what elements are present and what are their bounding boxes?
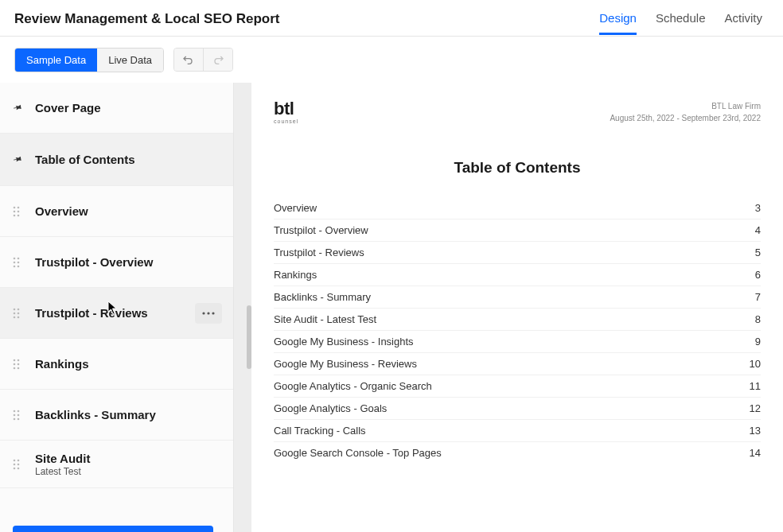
header-tabs: Design Schedule Activity [599, 11, 769, 27]
svg-point-14 [14, 312, 16, 314]
svg-point-24 [18, 363, 20, 365]
toc-entry-title: Overview [274, 202, 317, 214]
toc-entry[interactable]: Google Analytics - Organic Search11 [274, 375, 761, 398]
item-more-button[interactable] [195, 303, 222, 324]
drag-handle-icon[interactable] [13, 308, 35, 319]
svg-point-38 [18, 467, 20, 469]
sidebar-item-trustpilot-overview[interactable]: Trustpilot - Overview [0, 237, 233, 288]
drag-handle-icon[interactable] [13, 359, 35, 370]
app-header: Review Management & Local SEO Report Des… [0, 0, 783, 37]
toc-entry[interactable]: Backlinks - Summary7 [274, 286, 761, 309]
svg-point-3 [18, 210, 20, 212]
add-section-button[interactable] [13, 526, 213, 532]
toc-entry-page: 5 [755, 247, 761, 258]
svg-point-30 [18, 414, 20, 416]
redo-button[interactable] [203, 49, 232, 71]
toc-entry-page: 9 [755, 336, 761, 348]
svg-point-18 [202, 312, 205, 314]
svg-point-23 [14, 363, 16, 365]
panel-divider [234, 83, 251, 532]
svg-point-11 [18, 265, 20, 267]
scroll-thumb[interactable] [247, 305, 251, 369]
toc-entry[interactable]: Rankings6 [274, 264, 761, 286]
sidebar-item-overview[interactable]: Overview [0, 186, 233, 237]
toc-entry-page: 8 [755, 313, 761, 325]
toc-entry-title: Backlinks - Summary [274, 291, 371, 303]
drag-handle-icon[interactable] [13, 459, 35, 470]
report-preview: btl counsel BTL Law Firm August 25th, 20… [251, 83, 783, 532]
toc-entry[interactable]: Call Tracking - Calls13 [274, 420, 761, 442]
toc-entry[interactable]: Site Audit - Latest Test8 [274, 309, 761, 331]
logo-text: btl [274, 100, 298, 118]
sidebar: Cover Page Table of Contents Overview [0, 83, 234, 532]
toc-entry[interactable]: Google Analytics - Goals12 [274, 398, 761, 420]
sidebar-item-cover-page[interactable]: Cover Page [0, 83, 233, 134]
svg-point-37 [14, 467, 16, 469]
undo-button[interactable] [174, 49, 203, 71]
more-dots-icon [202, 312, 215, 315]
data-toggle: Sample Data Live Data [14, 48, 164, 72]
svg-point-31 [14, 417, 16, 420]
pin-icon [13, 154, 35, 165]
logo-subtext: counsel [274, 118, 298, 124]
svg-point-1 [18, 206, 20, 208]
toc-entry[interactable]: Google My Business - Reviews10 [274, 353, 761, 375]
sidebar-item-label: Rankings [35, 357, 89, 371]
sidebar-item-site-audit[interactable]: Site Audit Latest Test [0, 441, 233, 488]
svg-point-9 [18, 261, 20, 263]
tab-design[interactable]: Design [599, 11, 637, 35]
svg-point-20 [212, 312, 214, 314]
toc-entry[interactable]: Google My Business - Insights9 [274, 331, 761, 353]
toc-entry[interactable]: Trustpilot - Overview4 [274, 219, 761, 242]
svg-point-36 [18, 463, 20, 465]
toolbar: Sample Data Live Data [0, 37, 783, 83]
drag-handle-icon[interactable] [13, 410, 35, 421]
redo-icon [212, 53, 224, 66]
drag-handle-icon[interactable] [13, 206, 35, 217]
svg-point-21 [14, 359, 16, 361]
svg-point-34 [18, 459, 20, 461]
sidebar-item-trustpilot-reviews[interactable]: Trustpilot - Reviews [0, 288, 233, 339]
svg-point-27 [14, 410, 16, 412]
toc-entry-title: Trustpilot - Overview [274, 224, 368, 236]
live-data-button[interactable]: Live Data [97, 49, 163, 72]
main-area: Cover Page Table of Contents Overview [0, 83, 783, 532]
toc-entry-page: 7 [755, 291, 761, 303]
svg-point-12 [14, 308, 16, 310]
svg-point-17 [18, 316, 20, 318]
sidebar-item-table-of-contents[interactable]: Table of Contents [0, 134, 233, 186]
toc-entry[interactable]: Trustpilot - Reviews5 [274, 242, 761, 264]
toc-list: Overview3 Trustpilot - Overview4 Trustpi… [274, 197, 761, 464]
toc-entry-title: Google Search Console - Top Pages [274, 447, 442, 459]
svg-point-7 [18, 257, 20, 259]
toc-entry-page: 3 [755, 202, 761, 214]
toc-entry-page: 12 [750, 402, 761, 414]
sidebar-item-backlinks-summary[interactable]: Backlinks - Summary [0, 390, 233, 441]
company-logo: btl counsel [274, 100, 298, 124]
sample-data-button[interactable]: Sample Data [15, 49, 97, 72]
date-range: August 25th, 2022 - September 23rd, 2022 [610, 112, 761, 124]
svg-point-32 [18, 417, 20, 420]
company-name: BTL Law Firm [610, 100, 761, 112]
preview-header: btl counsel BTL Law Firm August 25th, 20… [274, 100, 761, 124]
toc-heading: Table of Contents [274, 159, 761, 177]
tab-activity[interactable]: Activity [724, 11, 762, 35]
toc-entry-title: Google Analytics - Organic Search [274, 380, 432, 392]
preview-metadata: BTL Law Firm August 25th, 2022 - Septemb… [610, 100, 761, 124]
toc-entry[interactable]: Google Search Console - Top Pages14 [274, 442, 761, 464]
toc-entry-title: Google My Business - Insights [274, 336, 414, 348]
pin-icon [13, 103, 35, 113]
sidebar-item-rankings[interactable]: Rankings [0, 339, 233, 390]
drag-handle-icon[interactable] [13, 257, 35, 268]
toc-entry-title: Google My Business - Reviews [274, 358, 417, 370]
sidebar-item-sublabel: Latest Test [35, 466, 90, 477]
svg-point-26 [18, 367, 20, 369]
toc-entry[interactable]: Overview3 [274, 197, 761, 219]
svg-point-15 [18, 312, 20, 314]
svg-point-28 [18, 410, 20, 412]
svg-point-19 [207, 312, 209, 314]
toc-entry-title: Call Tracking - Calls [274, 425, 366, 437]
history-controls [173, 48, 233, 72]
tab-schedule[interactable]: Schedule [656, 11, 706, 35]
svg-point-10 [14, 265, 16, 267]
